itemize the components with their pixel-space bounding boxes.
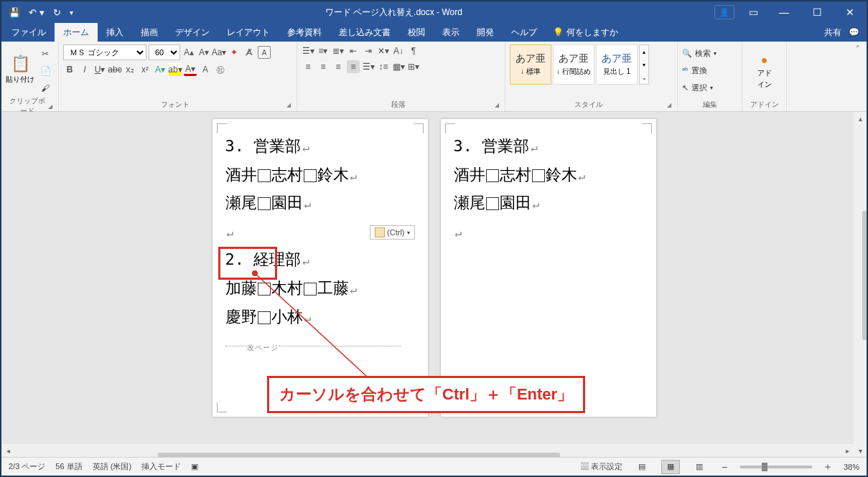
tab-layout[interactable]: レイアウト: [218, 23, 279, 42]
view-read-mode-icon[interactable]: ▤: [633, 460, 651, 474]
italic-button[interactable]: I: [78, 63, 91, 76]
find-button[interactable]: 🔍検索▾: [682, 46, 737, 60]
zoom-slider[interactable]: [740, 466, 812, 468]
distribute-icon[interactable]: ☰▾: [362, 60, 375, 73]
font-name-select[interactable]: ＭＳ ゴシック: [63, 44, 146, 60]
page-break-marker[interactable]: 改ページ: [225, 331, 415, 359]
doc-text[interactable]: 瀬尾園田: [454, 189, 643, 217]
styles-launcher-icon[interactable]: ◢: [667, 102, 673, 108]
show-marks-icon[interactable]: ¶: [407, 44, 420, 57]
display-settings-button[interactable]: ▤ 表示設定: [581, 461, 622, 472]
style-nospacing[interactable]: あア亜 ↓ 行間詰め: [553, 44, 594, 85]
shading-icon[interactable]: ▦▾: [392, 60, 405, 73]
highlight-icon[interactable]: ab▾: [169, 63, 182, 76]
scroll-thumb[interactable]: [862, 211, 867, 340]
font-color-icon[interactable]: A▾: [184, 63, 197, 76]
view-print-layout-icon[interactable]: ▦: [661, 460, 680, 474]
doc-text[interactable]: 酒井志村鈴木: [454, 161, 643, 189]
page-left[interactable]: 3. 営業部 酒井志村鈴木 瀬尾園田 2. 経理部 加藤木村工藤 慶野小林 改ペ…: [213, 119, 428, 417]
horizontal-scrollbar[interactable]: ◂ ▸: [1, 444, 854, 457]
underline-button[interactable]: U▾: [93, 63, 106, 76]
addins-icon[interactable]: ●: [761, 54, 768, 67]
zoom-out-button[interactable]: −: [719, 461, 730, 473]
decrease-indent-icon[interactable]: ⇤: [347, 44, 360, 57]
style-heading1[interactable]: あア亜 見出し 1: [596, 44, 638, 85]
comments-icon[interactable]: 💬: [849, 27, 859, 37]
superscript-button[interactable]: x²: [139, 63, 151, 76]
enclose-icon[interactable]: ㊓: [214, 63, 227, 76]
maximize-button[interactable]: ☐: [801, 1, 834, 23]
vertical-scrollbar[interactable]: ▴ ▾: [854, 112, 867, 457]
copy-icon[interactable]: 📄: [39, 65, 52, 77]
zoom-in-button[interactable]: ＋: [822, 461, 834, 473]
scroll-left-icon[interactable]: ◂: [1, 444, 14, 457]
increase-indent-icon[interactable]: ⇥: [362, 44, 375, 57]
clear-format-icon[interactable]: A̸: [243, 46, 256, 59]
doc-text[interactable]: 酒井志村鈴木: [225, 161, 415, 189]
share-button[interactable]: 共有: [824, 27, 841, 39]
doc-text[interactable]: 3. 営業部: [454, 132, 643, 161]
numbering-icon[interactable]: ≡▾: [317, 44, 330, 57]
clipboard-launcher-icon[interactable]: ◢: [48, 103, 54, 110]
enclose-char-icon[interactable]: A: [258, 46, 271, 59]
tab-draw[interactable]: 描画: [132, 23, 167, 42]
scroll-right-icon[interactable]: ▸: [841, 444, 854, 457]
minimize-button[interactable]: —: [767, 1, 801, 23]
doc-text[interactable]: 加藤木村工藤: [225, 274, 415, 303]
bold-button[interactable]: B: [63, 63, 76, 76]
styles-down-icon[interactable]: ▾: [640, 58, 648, 71]
tab-view[interactable]: 表示: [434, 23, 468, 42]
font-launcher-icon[interactable]: ◢: [286, 102, 292, 108]
doc-text[interactable]: 3. 営業部: [225, 132, 415, 161]
scroll-up-icon[interactable]: ▴: [854, 112, 867, 125]
tab-references[interactable]: 参考資料: [279, 23, 330, 42]
sort-icon[interactable]: A↓: [392, 44, 405, 57]
status-word-count[interactable]: 56 単語: [55, 461, 82, 472]
save-icon[interactable]: 💾: [9, 7, 20, 18]
account-icon[interactable]: 👤: [714, 5, 734, 19]
scroll-down-icon[interactable]: ▾: [854, 444, 867, 457]
tab-home[interactable]: ホーム: [55, 23, 98, 42]
close-button[interactable]: ✕: [834, 1, 867, 23]
redo-icon[interactable]: ↻: [53, 7, 61, 18]
style-normal[interactable]: あア亜 ↓ 標準: [510, 44, 551, 85]
tab-review[interactable]: 校閲: [399, 23, 434, 42]
tab-design[interactable]: デザイン: [167, 23, 218, 42]
collapse-ribbon-icon[interactable]: ˄: [856, 44, 860, 54]
tab-insert[interactable]: 挿入: [98, 23, 132, 42]
align-center-icon[interactable]: ≡: [317, 60, 330, 73]
tab-help[interactable]: ヘルプ: [503, 23, 546, 42]
page-right[interactable]: 3. 営業部 酒井志村鈴木 瀬尾園田: [441, 119, 656, 417]
select-button[interactable]: ↖選択▾: [682, 80, 737, 95]
strike-button[interactable]: abc: [108, 63, 121, 76]
line-spacing-icon[interactable]: ↕≡: [377, 60, 390, 73]
styles-more-icon[interactable]: ⌄: [640, 71, 648, 84]
multilevel-icon[interactable]: ≣▾: [332, 44, 345, 57]
ruby-icon[interactable]: ✦: [228, 46, 241, 59]
status-page[interactable]: 2/3 ページ: [9, 461, 45, 472]
paste-options-button[interactable]: (Ctrl) ▾: [370, 225, 414, 240]
borders-icon[interactable]: ⊞▾: [407, 60, 420, 73]
font-size-select[interactable]: 60: [149, 44, 180, 60]
ribbon-display-options-icon[interactable]: ▭: [739, 1, 767, 23]
doc-text[interactable]: 瀬尾園田: [225, 189, 415, 217]
scroll-thumb[interactable]: [158, 453, 560, 457]
tell-me-search[interactable]: 💡 何をしますか: [553, 23, 618, 42]
status-language[interactable]: 英語 (米国): [93, 461, 131, 472]
char-shading-icon[interactable]: A: [199, 63, 212, 76]
replace-button[interactable]: ᵃᵇ置換: [682, 63, 737, 77]
tab-file[interactable]: ファイル: [3, 23, 55, 42]
view-web-layout-icon[interactable]: ▥: [690, 460, 709, 474]
paragraph-launcher-icon[interactable]: ◢: [495, 102, 500, 108]
bullets-icon[interactable]: ☰▾: [302, 44, 314, 57]
shrink-font-icon[interactable]: A▾: [197, 46, 210, 59]
status-insert-mode[interactable]: 挿入モード: [141, 461, 181, 472]
macro-record-icon[interactable]: ▣: [191, 462, 198, 471]
align-right-icon[interactable]: ≡: [332, 60, 345, 73]
grow-font-icon[interactable]: A▴: [182, 46, 195, 59]
asian-layout-icon[interactable]: ✕▾: [377, 44, 390, 57]
paste-icon[interactable]: 📋: [11, 55, 30, 73]
text-effects-icon[interactable]: A▾: [154, 63, 167, 76]
doc-text[interactable]: 慶野小林: [225, 303, 415, 331]
paste-label[interactable]: 貼り付け: [6, 75, 34, 85]
